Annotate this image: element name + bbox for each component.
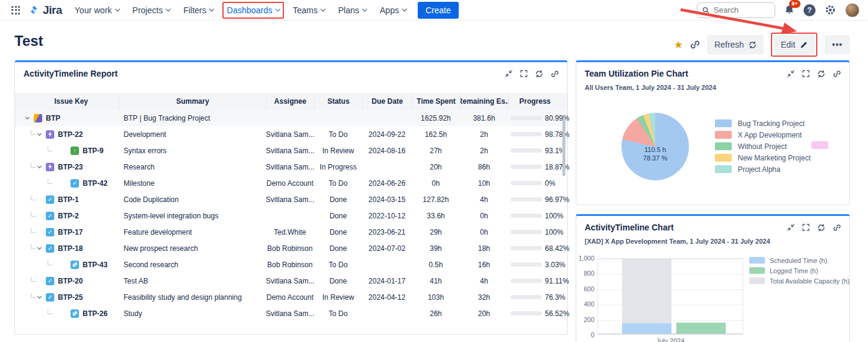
nav-item-filters[interactable]: Filters: [179, 2, 218, 19]
nav-item-projects[interactable]: Projects: [128, 2, 175, 19]
user-avatar[interactable]: [845, 3, 860, 17]
table-row-btp-43[interactable]: BTP-43Second researchBob RobinsonTo Do0.…: [15, 256, 567, 273]
table-row-btp-17[interactable]: ✓BTP-17Feature developmentTed.WhiteDone2…: [15, 224, 567, 240]
row-expand-chevron-icon[interactable]: [25, 115, 30, 119]
due-date-cell: 2024-03-15: [362, 195, 412, 204]
issue-key-link[interactable]: BTP-2: [58, 212, 79, 220]
settings-button[interactable]: [825, 4, 836, 16]
nav-item-plans[interactable]: Plans: [334, 2, 371, 19]
table-row-btp-25[interactable]: ✓BTP-25Feasibility study and design plan…: [15, 289, 567, 305]
issue-key-cell: ✓BTP-20: [24, 277, 119, 285]
table-row-btp-26[interactable]: BTP-26StudySvitlana Sam...To Do26h20h56.…: [15, 305, 567, 321]
issue-key-link[interactable]: BTP-17: [58, 228, 83, 236]
link-icon[interactable]: [551, 70, 559, 78]
table-row-btp-22[interactable]: BTP-22DevelopmentSvitlana Sam...To Do202…: [15, 126, 567, 142]
refresh-icon[interactable]: [817, 224, 825, 232]
epic-issue-icon: [46, 163, 54, 171]
refresh-icon[interactable]: [535, 70, 543, 78]
table-row-btp-42[interactable]: ✓BTP-42MilestoneDemo AccountTo Do2024-06…: [15, 175, 567, 191]
column-header-status[interactable]: Status: [314, 93, 362, 110]
epic-issue-icon: [46, 130, 54, 139]
time-spent-cell: 0h: [412, 179, 460, 188]
nav-item-your-work[interactable]: Your work: [71, 2, 124, 19]
issue-key-link[interactable]: BTP-43: [83, 261, 107, 269]
due-date-cell: 2024-04-12: [362, 293, 412, 302]
issue-key-link[interactable]: BTP-42: [83, 179, 107, 188]
expand-icon[interactable]: [802, 70, 810, 77]
issue-key-link[interactable]: BTP-9: [83, 147, 104, 155]
create-button[interactable]: Create: [418, 2, 459, 19]
table-row-btp-9[interactable]: ↑BTP-9Syntax errorsSvitlana Sam...In Rev…: [15, 142, 567, 159]
progress-bar: [511, 311, 542, 315]
nav-item-dashboards[interactable]: Dashboards: [222, 2, 284, 19]
share-link-icon[interactable]: [690, 40, 700, 49]
nav-item-teams[interactable]: Teams: [289, 2, 329, 19]
jira-logo[interactable]: Jira: [28, 4, 62, 17]
issue-key-link[interactable]: BTP-20: [58, 277, 83, 285]
table-row-btp-20[interactable]: ✓BTP-20Test ABSvitlana Sam...Done2024-01…: [15, 273, 567, 289]
column-header-assignee[interactable]: Assignee: [266, 93, 314, 110]
table-row-btp-23[interactable]: BTP-23ResearchSvitlana Sam...In Progress…: [15, 159, 567, 175]
row-expand-chevron-icon[interactable]: [37, 245, 42, 250]
favorite-star-icon[interactable]: ★: [674, 40, 683, 50]
refresh-button[interactable]: Refresh: [707, 35, 764, 54]
column-header-remaining-es-[interactable]: Remaining Es...: [460, 93, 508, 110]
issue-key-link[interactable]: BTP-1: [58, 195, 79, 204]
search-icon: [702, 7, 709, 14]
column-header-progress[interactable]: Progress: [508, 93, 561, 110]
nav-item-apps[interactable]: Apps: [376, 2, 410, 19]
issue-key-link[interactable]: BTP-23: [58, 163, 83, 171]
issue-key-link[interactable]: BTP-26: [83, 309, 107, 318]
table-scrollbar[interactable]: [562, 118, 565, 176]
progress-cell: 68.42%: [508, 244, 561, 253]
column-header-summary[interactable]: Summary: [119, 93, 266, 110]
link-icon[interactable]: [833, 224, 841, 232]
expand-icon[interactable]: [520, 70, 527, 77]
legend-label: Project Alpha: [738, 165, 781, 174]
legend-item-without-project: Without Project: [715, 141, 811, 152]
more-actions-button[interactable]: •••: [825, 35, 850, 54]
collapse-icon[interactable]: [505, 70, 512, 77]
edit-button-highlight-box: Edit: [771, 33, 817, 57]
edit-button[interactable]: Edit: [773, 35, 815, 54]
progress-cell: 0%: [508, 179, 561, 188]
tree-connector: [31, 212, 36, 217]
issue-key-cell: ✓BTP-17: [24, 228, 119, 236]
column-header-time-spent[interactable]: Time Spent: [412, 93, 460, 110]
issue-key-link[interactable]: BTP-25: [58, 293, 83, 302]
refresh-icon[interactable]: [817, 70, 825, 78]
column-header-issue-key[interactable]: Issue Key: [24, 93, 119, 110]
table-row-btp-1[interactable]: ✓BTP-1Code DuplicationSvitlana Sam...Don…: [15, 191, 567, 207]
progress-label: 18.87%: [545, 163, 570, 171]
table-row-btp-18[interactable]: ✓BTP-18New prospect researchBob Robinson…: [15, 240, 567, 256]
row-expand-chevron-icon[interactable]: [37, 294, 42, 299]
collapse-icon[interactable]: [787, 224, 794, 231]
row-expand-chevron-icon[interactable]: [37, 131, 42, 136]
search-input[interactable]: [714, 5, 768, 14]
search-box[interactable]: [697, 2, 775, 18]
remaining-estimate-cell: 2h: [460, 147, 508, 155]
progress-cell: 100%: [508, 212, 561, 220]
legend-label: Scheduled Time (h): [770, 257, 827, 264]
issue-key-link[interactable]: BTP-18: [58, 244, 83, 253]
column-header-due-date[interactable]: Due Date: [362, 93, 412, 110]
table-row-btp[interactable]: BTPBTP | Bug Tracking Project1625.92h381…: [15, 110, 567, 126]
pencil-icon: [800, 41, 808, 49]
collapse-icon[interactable]: [787, 70, 794, 77]
chevron-down-icon: [362, 7, 367, 11]
issue-key-link[interactable]: BTP: [46, 114, 60, 122]
report-panel-title: ActivityTimeline Report: [24, 69, 118, 78]
issue-key-link[interactable]: BTP-22: [58, 130, 83, 139]
assignee-cell: Demo Account: [266, 293, 314, 302]
legend-label: Bug Tracking Project: [738, 119, 805, 128]
row-expand-chevron-icon[interactable]: [37, 164, 42, 168]
link-icon[interactable]: [833, 70, 841, 78]
help-button[interactable]: ?: [804, 4, 816, 16]
expand-icon[interactable]: [802, 224, 810, 231]
notifications-button[interactable]: 9+: [784, 5, 794, 15]
progress-label: 98.78%: [545, 130, 570, 139]
app-switcher-icon[interactable]: [8, 3, 23, 17]
nav-item-label: Teams: [293, 5, 318, 15]
task-issue-icon: ✓: [46, 212, 54, 220]
table-row-btp-2[interactable]: ✓BTP-2System-level integration bugsDone2…: [15, 207, 567, 224]
